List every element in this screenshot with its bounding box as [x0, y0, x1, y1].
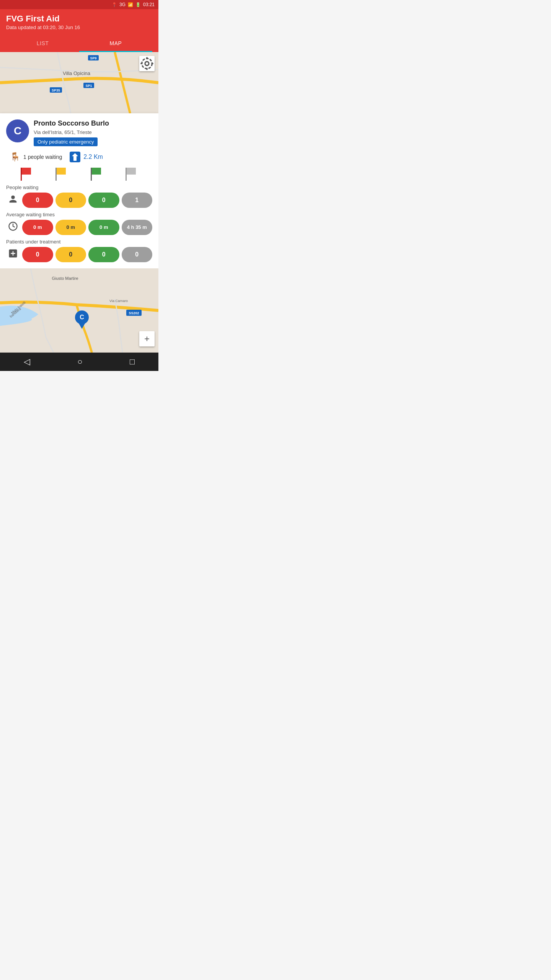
svg-point-9 [142, 59, 152, 69]
patients-yellow: 0 [55, 247, 86, 262]
clock-icon [6, 221, 20, 234]
clock: 03:21 [143, 2, 155, 7]
svg-text:SS202: SS202 [129, 311, 139, 315]
people-waiting-icon [6, 194, 20, 207]
flag-gray [126, 168, 138, 181]
waiting-person-icon: 🪑 [10, 152, 20, 162]
avg-waiting-gray: 4 h 35 m [122, 220, 153, 235]
home-button[interactable]: ○ [77, 357, 82, 367]
avg-waiting-green: 0 m [88, 220, 119, 235]
flag-item-red [9, 168, 44, 181]
avg-waiting-row: 0 m 0 m 0 m 4 h 35 m [6, 220, 152, 235]
stats-row: 🪑 1 people waiting 2.2 Km [6, 152, 152, 162]
tab-list[interactable]: LIST [6, 36, 79, 52]
people-waiting-gray: 1 [122, 193, 153, 208]
hospital-info-card: C Pronto Soccorso Burlo Via dell'Istria,… [0, 113, 158, 268]
hospital-badge: C [6, 119, 29, 142]
app-title: FVG First Aid [6, 14, 152, 24]
marker-circle: C [75, 310, 89, 324]
flags-row [6, 168, 152, 181]
flag-item-gray [114, 168, 150, 181]
location-button[interactable] [139, 56, 155, 71]
distance-stat: 2.2 Km [70, 152, 103, 162]
flag-red [21, 168, 33, 181]
tab-bar: LIST MAP [6, 36, 152, 52]
waiting-count-text: 1 people waiting [23, 154, 62, 160]
zoom-in-button[interactable]: + [139, 331, 155, 346]
patients-gray: 0 [122, 247, 153, 262]
direction-icon [70, 152, 80, 162]
app-header: FVG First Aid Data updated at 03:20, 30 … [0, 9, 158, 52]
people-waiting-green: 0 [88, 193, 119, 208]
people-waiting-yellow: 0 [55, 193, 86, 208]
navigation-bar: ◁ ○ □ [0, 353, 158, 371]
svg-text:SP35: SP35 [52, 88, 60, 92]
signal-icon: 📶 [128, 2, 133, 7]
avg-waiting-label: Average waiting times [6, 212, 152, 217]
svg-text:Giusto Martire: Giusto Martire [52, 276, 78, 281]
status-bar: 📍 3G 📶 🔋 03:21 [0, 0, 158, 9]
svg-text:Villa Opicina: Villa Opicina [63, 70, 91, 76]
map-marker: C [75, 310, 89, 329]
distance-value: 2.2 Km [83, 154, 103, 160]
hospital-info: Pronto Soccorso Burlo Via dell'Istria, 6… [34, 119, 152, 146]
svg-text:SP1: SP1 [85, 84, 92, 88]
hospital-address: Via dell'Istria, 65/1, Trieste [34, 129, 152, 135]
medical-cross-icon [6, 248, 20, 261]
svg-text:SP9: SP9 [90, 56, 96, 60]
flags-section: People waiting 0 0 0 1 Average waiting t… [6, 168, 152, 262]
patients-red: 0 [22, 247, 53, 262]
people-waiting-row: 0 0 0 1 [6, 193, 152, 208]
emergency-badge: Only pediatric emergency [34, 137, 98, 146]
avg-waiting-red: 0 m [22, 220, 53, 235]
back-button[interactable]: ◁ [24, 357, 30, 367]
hospital-name: Pronto Soccorso Burlo [34, 119, 152, 128]
people-waiting-red: 0 [22, 193, 53, 208]
flag-item-yellow [44, 168, 80, 181]
patients-label: Patients under treatment [6, 239, 152, 245]
tab-map[interactable]: MAP [79, 36, 152, 52]
flag-yellow [55, 168, 68, 181]
people-waiting-label: People waiting [6, 185, 152, 190]
card-header: C Pronto Soccorso Burlo Via dell'Istria,… [6, 119, 152, 146]
recent-apps-button[interactable]: □ [130, 357, 135, 367]
battery-icon: 🔋 [135, 2, 141, 7]
map-top: SP9 SP35 SP1 Villa Opicina [0, 52, 158, 113]
patients-row: 0 0 0 0 [6, 247, 152, 262]
location-status-icon: 📍 [112, 2, 117, 7]
data-update-label: Data updated at 03:20, 30 Jun 16 [6, 24, 152, 30]
avg-waiting-yellow: 0 m [55, 220, 86, 235]
patients-green: 0 [88, 247, 119, 262]
svg-text:Via Carnaro: Via Carnaro [109, 299, 128, 303]
waiting-stat: 🪑 1 people waiting [10, 152, 62, 162]
svg-point-8 [145, 62, 149, 65]
map-bottom: SS202 Giusto Martire Molo fratelli bandi… [0, 268, 158, 353]
flag-item-green [79, 168, 114, 181]
marker-tail [79, 323, 85, 329]
flag-green [91, 168, 103, 181]
network-indicator: 3G [119, 2, 126, 7]
